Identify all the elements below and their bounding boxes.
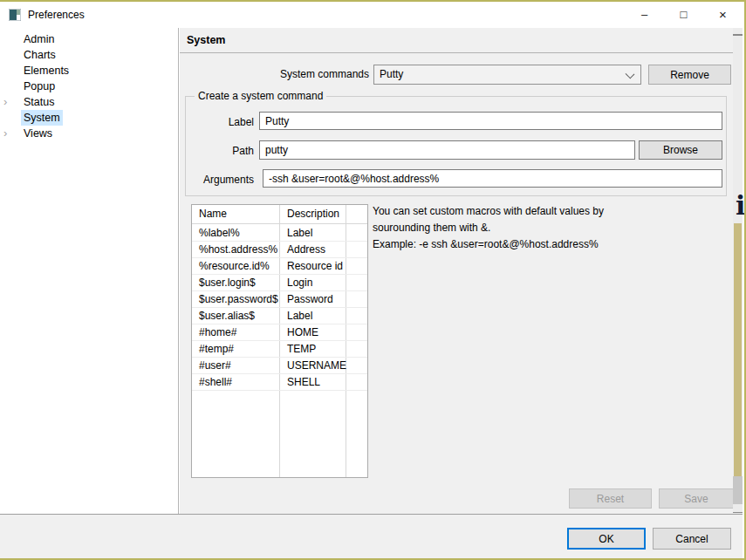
macro-name-cell: $user.login$ bbox=[199, 277, 256, 289]
macro-description-cell: USERNAME bbox=[287, 359, 346, 372]
sidebar: AdminChartsElementsPopup›StatusSystem›Vi… bbox=[0, 28, 179, 514]
sidebar-item-label: System bbox=[21, 110, 63, 126]
sidebar-item-charts[interactable]: Charts bbox=[0, 47, 178, 63]
table-row[interactable]: $user.password$Password bbox=[192, 291, 367, 308]
help-line: Example: -e ssh &user=root&@%host.addres… bbox=[373, 236, 678, 253]
sidebar-item-label: Elements bbox=[21, 63, 72, 79]
system-commands-select[interactable]: Putty bbox=[373, 65, 641, 85]
sidebar-item-system[interactable]: System bbox=[0, 110, 178, 126]
macro-name-cell: #user# bbox=[199, 359, 231, 372]
header-cell-description[interactable]: Description bbox=[287, 208, 339, 220]
maximize-button[interactable]: □ bbox=[664, 2, 703, 28]
sidebar-item-label: Views bbox=[21, 126, 55, 141]
sidebar-item-label: Admin bbox=[21, 31, 57, 47]
macro-name-cell: %host.address% bbox=[199, 243, 277, 256]
macro-description-cell: Password bbox=[287, 293, 333, 305]
chevron-right-icon[interactable]: › bbox=[3, 126, 16, 141]
macro-name-cell: #shell# bbox=[199, 376, 232, 388]
minimize-button[interactable]: – bbox=[625, 2, 664, 28]
macro-name-cell: %label% bbox=[199, 227, 240, 239]
help-line: sourounding them with &. bbox=[373, 220, 678, 236]
path-field[interactable] bbox=[259, 140, 635, 160]
macro-name-cell: $user.alias$ bbox=[199, 310, 255, 322]
system-commands-value: Putty bbox=[380, 68, 403, 80]
label-field-label: Label bbox=[186, 116, 254, 128]
header-cell-name[interactable]: Name bbox=[199, 208, 227, 220]
macro-table: Name Description %label%Label%host.addre… bbox=[191, 204, 368, 478]
cancel-button[interactable]: Cancel bbox=[653, 528, 731, 550]
table-header: Name Description bbox=[192, 205, 367, 224]
label-field[interactable] bbox=[259, 112, 722, 130]
macro-description-cell: SHELL bbox=[287, 376, 320, 388]
macro-description-cell: HOME bbox=[287, 326, 318, 338]
macro-description-cell: Label bbox=[287, 227, 312, 239]
macro-description-cell: Address bbox=[287, 243, 325, 256]
page-title: System bbox=[187, 34, 225, 46]
table-row[interactable]: $user.alias$Label bbox=[192, 308, 367, 324]
window-title: Preferences bbox=[28, 9, 85, 21]
artifact-line bbox=[733, 34, 743, 36]
macro-description-cell: Resource id bbox=[287, 260, 343, 272]
group-legend: Create a system command bbox=[195, 90, 326, 102]
reset-button[interactable]: Reset bbox=[569, 488, 652, 509]
table-row[interactable]: #home#HOME bbox=[192, 324, 367, 341]
right-edge-artifact: i bbox=[733, 28, 743, 560]
arguments-field[interactable] bbox=[263, 169, 722, 188]
macro-description-cell: TEMP bbox=[287, 343, 316, 355]
macro-name-cell: #home# bbox=[199, 326, 236, 338]
sidebar-item-label: Status bbox=[21, 94, 57, 110]
table-row[interactable]: $user.login$Login bbox=[192, 275, 367, 291]
artifact-line bbox=[733, 512, 743, 513]
footer-bar: OK Cancel bbox=[0, 514, 743, 560]
table-row[interactable]: %label%Label bbox=[192, 225, 367, 242]
sidebar-item-views[interactable]: ›Views bbox=[0, 126, 178, 141]
app-icon bbox=[9, 9, 21, 21]
macro-name-cell: $user.password$ bbox=[199, 293, 278, 305]
path-field-label: Path bbox=[186, 145, 254, 157]
save-button[interactable]: Save bbox=[659, 488, 734, 509]
table-row[interactable]: #shell#SHELL bbox=[192, 374, 367, 391]
macro-description-cell: Login bbox=[287, 277, 312, 289]
system-commands-label: System commands bbox=[180, 68, 369, 80]
artifact-strip bbox=[734, 223, 742, 481]
table-row[interactable]: %resource.id%Resource id bbox=[192, 258, 367, 275]
macro-help-text: You can set custom macros with default v… bbox=[373, 203, 678, 253]
chevron-down-icon bbox=[626, 70, 635, 79]
ok-button[interactable]: OK bbox=[567, 528, 646, 550]
close-button[interactable]: × bbox=[703, 2, 743, 28]
chevron-right-icon[interactable]: › bbox=[3, 94, 16, 110]
arguments-field-label: Arguments bbox=[186, 174, 254, 186]
macro-name-cell: %resource.id% bbox=[199, 260, 270, 272]
header-divider bbox=[180, 52, 733, 53]
artifact-box bbox=[733, 476, 743, 504]
main-panel: System System commands Putty Remove Crea… bbox=[180, 28, 733, 514]
sidebar-item-label: Popup bbox=[21, 79, 58, 94]
macro-name-cell: #temp# bbox=[199, 343, 234, 355]
sidebar-item-status[interactable]: ›Status bbox=[0, 94, 178, 110]
remove-button[interactable]: Remove bbox=[648, 65, 731, 85]
preferences-window: Preferences – □ × AdminChartsElementsPop… bbox=[0, 0, 746, 560]
titlebar: Preferences – □ × bbox=[0, 2, 743, 28]
create-command-group: Create a system command Label Path Brows… bbox=[185, 96, 727, 196]
sidebar-item-admin[interactable]: Admin bbox=[0, 31, 178, 47]
help-line: You can set custom macros with default v… bbox=[373, 203, 678, 220]
table-row[interactable]: #user#USERNAME bbox=[192, 358, 367, 374]
sidebar-item-elements[interactable]: Elements bbox=[0, 63, 178, 79]
sidebar-item-label: Charts bbox=[21, 47, 58, 63]
browse-button[interactable]: Browse bbox=[639, 140, 722, 160]
table-row[interactable]: #temp#TEMP bbox=[192, 341, 367, 358]
table-row[interactable]: %host.address%Address bbox=[192, 242, 367, 258]
sidebar-item-popup[interactable]: Popup bbox=[0, 79, 178, 94]
macro-description-cell: Label bbox=[287, 310, 312, 322]
